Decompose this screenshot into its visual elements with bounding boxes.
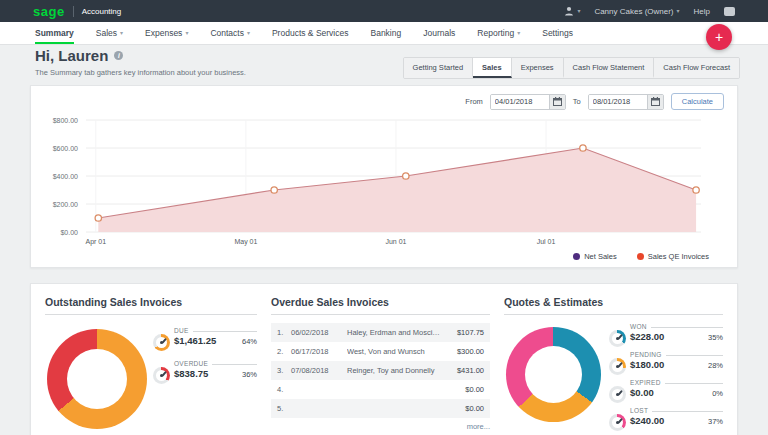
tab-getting-started[interactable]: Getting Started <box>404 58 473 78</box>
nav-item-settings[interactable]: Settings <box>542 22 573 44</box>
stat-expired[interactable]: EXPIRED $0.000% <box>609 379 723 403</box>
net-sales-dot-icon <box>573 253 580 260</box>
nav-label: Contacts <box>210 28 244 38</box>
svg-text:Jun 01: Jun 01 <box>385 238 406 245</box>
info-icon[interactable]: i <box>114 51 123 60</box>
panel-title: Overdue Sales Invoices <box>271 296 490 315</box>
stat-label: EXPIRED <box>630 379 661 386</box>
nav-label: Products & Services <box>272 28 349 38</box>
stat-won[interactable]: WON $228.0035% <box>609 323 723 347</box>
invoice-customer: West, Von and Wunsch <box>347 347 440 356</box>
invoice-amount: $431.00 <box>440 366 484 375</box>
sage-accounting-dashboard: sage Accounting ▾ Canny Cakes (Owner) ▾ … <box>0 0 768 435</box>
nav-label: Banking <box>370 28 401 38</box>
invoice-amount: $300.00 <box>440 347 484 356</box>
quotes-stats: WON $228.0035% PENDING $180.0028% <box>609 323 723 431</box>
nav-label: Settings <box>542 28 573 38</box>
nav-label: Summary <box>35 28 74 38</box>
nav-item-reporting[interactable]: Reporting▾ <box>477 22 520 44</box>
stat-rule <box>193 331 257 332</box>
area-chart-svg: $800.00$600.00$400.00$200.00$0.00Apr 01M… <box>31 112 711 248</box>
sage-logo[interactable]: sage <box>33 5 65 18</box>
svg-text:Apr 01: Apr 01 <box>86 238 107 246</box>
topbar: sage Accounting ▾ Canny Cakes (Owner) ▾ … <box>0 0 768 22</box>
stat-amount: $240.00 <box>630 415 664 426</box>
invoice-number: 2. <box>277 347 291 356</box>
calendar-icon[interactable] <box>549 95 565 109</box>
tab-cash-flow-forecast[interactable]: Cash Flow Forecast <box>654 58 739 78</box>
brand-group: sage Accounting <box>33 5 121 18</box>
product-name: Accounting <box>82 7 122 16</box>
summary-panels-card: Outstanding Sales Invoices DUE $1,461.25… <box>30 283 738 435</box>
nav-label: Reporting <box>477 28 514 38</box>
calendar-icon[interactable] <box>647 95 663 109</box>
stat-label: WON <box>630 323 647 330</box>
tab-cash-flow-statement[interactable]: Cash Flow Statement <box>564 58 655 78</box>
table-row[interactable]: 3. 07/08/2018 Reinger, Toy and Donnelly … <box>271 361 490 380</box>
outstanding-stats: DUE $1,461.2564% OVERDUE $838.7536% <box>153 327 257 429</box>
stat-pending[interactable]: PENDING $180.0028% <box>609 351 723 375</box>
outstanding-donut-chart[interactable] <box>47 329 147 429</box>
more-link[interactable]: more... <box>271 422 490 431</box>
stat-rule <box>666 355 723 356</box>
table-row[interactable]: 1. 06/02/2018 Haley, Erdman and Mosciski… <box>271 323 490 342</box>
stat-label: PENDING <box>630 351 662 358</box>
chevron-down-icon: ▾ <box>677 8 680 14</box>
nav-item-banking[interactable]: Banking <box>370 22 401 44</box>
stat-due[interactable]: DUE $1,461.2564% <box>153 327 257 351</box>
chat-icon[interactable] <box>724 7 735 16</box>
invoice-number: 3. <box>277 366 291 375</box>
page-subtitle: The Summary tab gathers key information … <box>35 68 246 77</box>
stat-lost[interactable]: LOST $240.0037% <box>609 407 723 431</box>
donut-hole <box>525 346 582 403</box>
stat-rule <box>651 327 723 328</box>
svg-text:May 01: May 01 <box>234 238 257 246</box>
to-date-input[interactable] <box>589 95 647 109</box>
overdue-invoices-panel: Overdue Sales Invoices 1. 06/02/2018 Hal… <box>271 296 490 430</box>
to-date-field <box>588 94 664 110</box>
help-link[interactable]: Help <box>694 7 710 16</box>
table-row[interactable]: 5. $0.00 <box>271 399 490 418</box>
panel-title: Outstanding Sales Invoices <box>45 296 257 315</box>
add-new-fab-button[interactable]: + <box>706 24 732 50</box>
nav-item-expenses[interactable]: Expenses▾ <box>145 22 188 44</box>
legend-sales-qe-invoices[interactable]: Sales QE Invoices <box>637 252 709 261</box>
nav-item-contacts[interactable]: Contacts▾ <box>210 22 250 44</box>
company-menu[interactable]: Canny Cakes (Owner) ▾ <box>594 7 679 16</box>
nav-item-summary[interactable]: Summary <box>35 22 74 44</box>
nav-item-sales[interactable]: Sales▾ <box>96 22 123 44</box>
chevron-down-icon: ▾ <box>517 30 520 36</box>
legend-net-sales[interactable]: Net Sales <box>573 252 617 261</box>
tab-expenses[interactable]: Expenses <box>512 58 564 78</box>
table-row[interactable]: 4. $0.00 <box>271 380 490 399</box>
stat-label: LOST <box>630 407 648 414</box>
table-row[interactable]: 2. 06/17/2018 West, Von and Wunsch $300.… <box>271 342 490 361</box>
nav-item-journals[interactable]: Journals <box>423 22 455 44</box>
invoice-number: 5. <box>277 404 291 413</box>
tab-sales[interactable]: Sales <box>473 58 512 78</box>
svg-text:$800.00: $800.00 <box>53 117 78 124</box>
from-date-input[interactable] <box>491 95 549 109</box>
legend-label: Net Sales <box>584 252 617 261</box>
from-date-field <box>490 94 566 110</box>
main-nav: Summary Sales▾ Expenses▾ Contacts▾ Produ… <box>0 22 768 45</box>
calculate-button[interactable]: Calculate <box>671 93 724 110</box>
page-header: Hi, Lauren i The Summary tab gathers key… <box>35 47 246 77</box>
due-gauge-icon <box>153 334 170 351</box>
sales-chart-card: From To Calculate $800.00$600.00$400.00$… <box>30 85 738 268</box>
person-icon <box>564 6 574 16</box>
nav-label: Expenses <box>145 28 182 38</box>
nav-item-products-services[interactable]: Products & Services <box>272 22 349 44</box>
stat-percent: 35% <box>708 333 723 342</box>
panel-title: Quotes & Estimates <box>504 296 723 315</box>
stat-percent: 37% <box>708 417 723 426</box>
company-menu-label: Canny Cakes (Owner) <box>594 7 673 16</box>
overdue-invoices-table: 1. 06/02/2018 Haley, Erdman and Mosciski… <box>271 323 490 418</box>
stat-overdue[interactable]: OVERDUE $838.7536% <box>153 360 257 384</box>
stat-amount: $1,461.25 <box>174 335 216 346</box>
donut-hole <box>67 349 127 409</box>
chevron-down-icon: ▾ <box>247 30 250 36</box>
user-avatar-menu[interactable]: ▾ <box>564 6 580 16</box>
quotes-donut-chart[interactable] <box>506 327 601 422</box>
chevron-down-icon: ▾ <box>577 8 580 14</box>
